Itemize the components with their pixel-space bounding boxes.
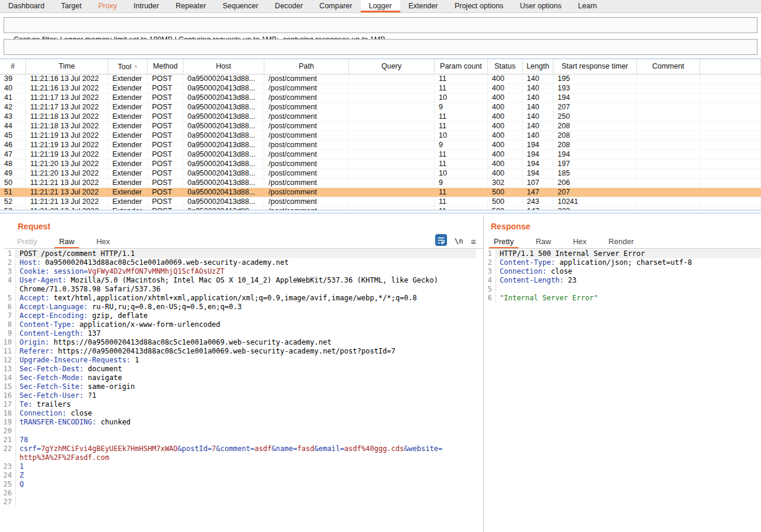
table-cell (700, 179, 761, 187)
table-cell: 195 (553, 74, 637, 83)
tab-raw[interactable]: Raw (56, 237, 77, 246)
tab-dashboard[interactable]: Dashboard (0, 0, 53, 12)
line-number: 4 (484, 276, 496, 285)
tab-comparer[interactable]: Comparer (311, 0, 361, 12)
response-editor[interactable]: 1HTTP/1.1 500 Internal Server Error2Cont… (484, 249, 761, 528)
table-cell: POST (148, 141, 183, 150)
line-content (16, 427, 476, 436)
editor-menu-icon[interactable]: ≡ (471, 236, 476, 246)
column-header-start-response-timer[interactable]: Start response timer (553, 59, 637, 74)
table-row[interactable]: 3911:21:16 13 Jul 2022ExtenderPOST0a9500… (0, 74, 761, 84)
table-cell: 400 (488, 93, 523, 102)
table-cell: 194 (523, 160, 553, 168)
syntax-segment: 7gYzhMCiFvi4gBEyUEEk7HmHSHM7xWAO (41, 445, 177, 453)
table-cell: Extender (108, 197, 148, 206)
column-header-tool[interactable]: Tool∧ (108, 59, 148, 74)
table-row[interactable]: 4811:21:20 13 Jul 2022ExtenderPOST0a9500… (0, 160, 761, 169)
table-row[interactable]: 4411:21:18 13 Jul 2022ExtenderPOST0a9500… (0, 122, 761, 131)
column-header-host[interactable]: Host (183, 59, 264, 74)
line-content: User-Agent: Mozilla/5.0 (Macintosh; Inte… (16, 276, 476, 285)
tab-user-options[interactable]: User options (511, 0, 569, 12)
table-row[interactable]: 5211:21:21 13 Jul 2022ExtenderPOST0a9500… (0, 197, 761, 207)
table-cell: /post/comment (264, 188, 349, 197)
table-cell: 400 (488, 169, 523, 178)
tab-target[interactable]: Target (53, 0, 90, 12)
tab-proxy[interactable]: Proxy (90, 0, 125, 12)
tab-learn[interactable]: Learn (570, 0, 605, 12)
table-cell (700, 103, 761, 112)
line-number: 5 (484, 285, 496, 294)
table-cell (700, 197, 761, 206)
table-cell: 40 (0, 84, 26, 93)
response-panel: Response PrettyRawHexRender 1HTTP/1.1 50… (484, 215, 761, 532)
editor-line: 3Cookie: session=VgFWy4D2vMfON7vMNMhjQ1S… (0, 267, 476, 276)
view-filter-bar[interactable]: View filter: Showing all items (4, 39, 757, 55)
table-cell (700, 188, 761, 197)
line-number: 26 (0, 489, 16, 498)
tab-raw[interactable]: Raw (533, 237, 554, 246)
capture-filter-bar[interactable]: Capture filter: Logger memory limit set … (4, 17, 757, 33)
line-number: 13 (0, 365, 16, 374)
table-cell: 400 (488, 160, 523, 168)
table-row[interactable]: 4511:21:19 13 Jul 2022ExtenderPOST0a9500… (0, 131, 761, 141)
line-number: 2 (0, 258, 16, 267)
column-header-method[interactable]: Method (148, 59, 183, 74)
tab-extender[interactable]: Extender (400, 0, 446, 12)
column-header-query[interactable]: Query (349, 59, 435, 74)
tab-decoder[interactable]: Decoder (267, 0, 311, 12)
syntax-segment: Accept-Encoding: (20, 312, 88, 320)
table-bottom-border (0, 210, 761, 210)
column-header-blank[interactable] (700, 59, 761, 74)
line-content: Accept-Language: ru-RU,ru;q=0.8,en-US;q=… (16, 303, 476, 312)
table-row[interactable]: 4311:21:18 13 Jul 2022ExtenderPOST0a9500… (0, 112, 761, 122)
column-header-blank[interactable]: # (0, 59, 26, 74)
column-header-time[interactable]: Time (26, 59, 108, 74)
table-cell: Extender (108, 93, 148, 102)
table-row[interactable]: 4711:21:19 13 Jul 2022ExtenderPOST0a9500… (0, 150, 761, 160)
line-content: 1 (16, 462, 476, 471)
table-row[interactable]: 5011:21:21 13 Jul 2022ExtenderPOST0a9500… (0, 179, 761, 188)
editor-line: 26 (0, 489, 476, 498)
show-newlines-icon[interactable]: \n (455, 237, 463, 245)
table-cell: 11:21:19 13 Jul 2022 (26, 141, 108, 150)
tab-project-options[interactable]: Project options (446, 0, 512, 12)
tab-repeater[interactable]: Repeater (167, 0, 214, 12)
word-wrap-icon[interactable] (435, 234, 447, 248)
table-row[interactable]: 4911:21:20 13 Jul 2022ExtenderPOST0a9500… (0, 169, 761, 179)
line-content: Sec-Fetch-User: ?1 (16, 391, 476, 400)
column-header-length[interactable]: Length (523, 59, 553, 74)
table-row[interactable]: 4011:21:16 13 Jul 2022ExtenderPOST0a9500… (0, 84, 761, 93)
table-row[interactable]: 4611:21:19 13 Jul 2022ExtenderPOST0a9500… (0, 141, 761, 150)
tab-hex[interactable]: Hex (93, 237, 113, 246)
column-header-path[interactable]: Path (264, 59, 349, 74)
line-number (0, 285, 16, 294)
tab-hex[interactable]: Hex (570, 237, 590, 246)
table-row[interactable]: 4111:21:17 13 Jul 2022ExtenderPOST0a9500… (0, 93, 761, 103)
request-editor[interactable]: 1POST /post/comment HTTP/1.12Host: 0a950… (0, 249, 476, 528)
tab-pretty[interactable]: Pretty (491, 237, 517, 246)
tab-render[interactable]: Render (605, 237, 637, 246)
column-header-status[interactable]: Status (488, 59, 523, 74)
tab-pretty[interactable]: Pretty (14, 237, 40, 246)
table-row[interactable]: 5111:21:21 13 Jul 2022ExtenderPOST0a9500… (0, 188, 761, 197)
syntax-segment: 78 (20, 436, 28, 444)
table-cell: 39 (0, 74, 26, 83)
column-header-param-count[interactable]: Param count (435, 59, 488, 74)
tab-sequencer[interactable]: Sequencer (214, 0, 266, 12)
table-row[interactable]: 4211:21:17 13 Jul 2022ExtenderPOST0a9500… (0, 103, 761, 112)
editor-line: 27 (0, 498, 476, 507)
syntax-segment: close (66, 409, 92, 417)
table-cell: 400 (488, 141, 523, 150)
column-header-comment[interactable]: Comment (637, 59, 700, 74)
table-cell: 11 (435, 197, 488, 206)
syntax-segment: Connection: (500, 267, 546, 275)
tab-logger[interactable]: Logger (361, 0, 400, 12)
syntax-segment: Connection: (20, 409, 66, 417)
syntax-segment: fasd (297, 445, 315, 453)
line-number: 18 (0, 409, 16, 418)
tab-intruder[interactable]: Intruder (125, 0, 167, 12)
syntax-segment: navigate (83, 374, 122, 382)
table-cell: 0a9500020413d88... (183, 131, 264, 140)
line-content: Origin: https://0a9500020413d88ac08c5c1e… (16, 338, 476, 347)
panel-splitter[interactable] (0, 213, 761, 213)
